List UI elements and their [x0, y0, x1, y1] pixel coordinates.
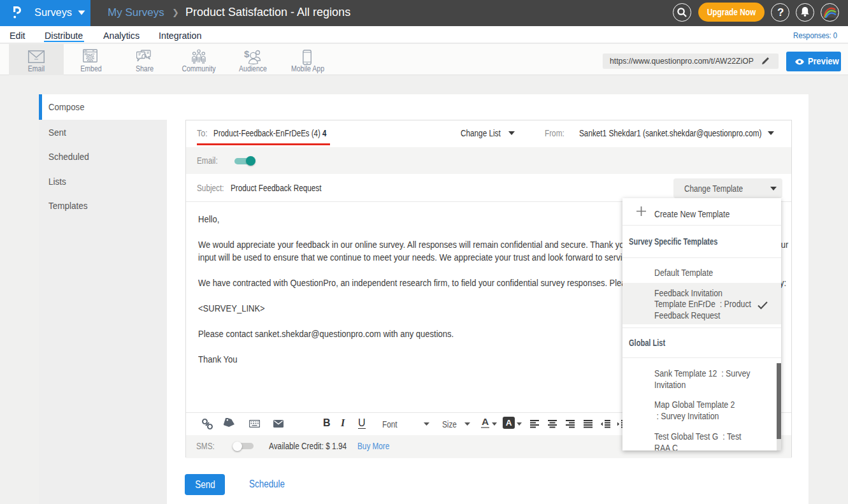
svg-text:$: $ [244, 49, 250, 59]
